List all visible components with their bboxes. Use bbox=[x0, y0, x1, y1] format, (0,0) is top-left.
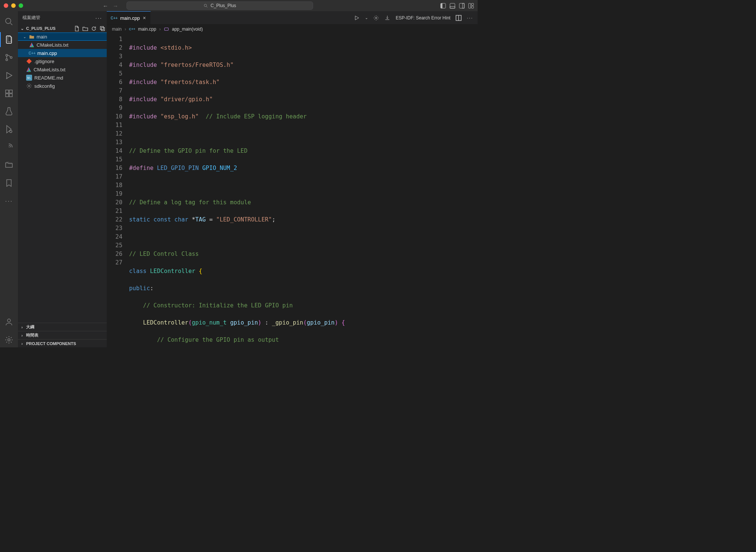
toggle-secondary-sidebar-icon[interactable] bbox=[459, 3, 465, 9]
code-editor[interactable]: 1234567891011121314151617181920212223242… bbox=[107, 34, 478, 347]
refresh-icon[interactable] bbox=[91, 26, 97, 31]
svg-point-25 bbox=[8, 339, 10, 341]
forward-button[interactable]: → bbox=[113, 3, 118, 9]
folders-activity[interactable] bbox=[0, 158, 18, 173]
sidebar-title: 檔案總管 ··· bbox=[18, 11, 107, 24]
search-activity[interactable] bbox=[0, 14, 18, 29]
chevron-down-icon: ⌄ bbox=[19, 26, 25, 31]
toggle-panel-icon[interactable] bbox=[450, 3, 455, 9]
gear-icon bbox=[26, 83, 32, 89]
svg-rect-9 bbox=[471, 3, 474, 5]
crumb-folder[interactable]: main bbox=[112, 27, 122, 32]
svg-point-14 bbox=[6, 59, 8, 61]
chevron-right-icon: › bbox=[19, 325, 25, 329]
breadcrumbs[interactable]: main › C++ main.cpp › app_main(void) bbox=[107, 25, 478, 34]
symbol-method-icon bbox=[164, 27, 169, 32]
chevron-right-icon: › bbox=[19, 341, 25, 346]
crumb-symbol[interactable]: app_main(void) bbox=[172, 27, 203, 32]
folder-label: main bbox=[37, 34, 47, 40]
svg-line-12 bbox=[10, 23, 12, 25]
folder-main[interactable]: ⌄ main bbox=[18, 32, 107, 41]
svg-point-23 bbox=[10, 130, 12, 133]
svg-rect-27 bbox=[101, 27, 104, 30]
extensions-activity[interactable] bbox=[0, 86, 18, 101]
editor-group: C++ main.cpp × ⌄ ESP-IDF: Search Error H… bbox=[107, 11, 478, 347]
window-controls bbox=[4, 3, 23, 8]
explorer-activity[interactable] bbox=[0, 32, 18, 47]
minimize-window[interactable] bbox=[11, 3, 16, 8]
chevron-right-icon: › bbox=[19, 333, 25, 338]
split-editor-icon[interactable] bbox=[456, 15, 462, 21]
project-header[interactable]: ⌄ C_PLUS_PLUS bbox=[18, 24, 107, 32]
project-name: C_PLUS_PLUS bbox=[26, 26, 56, 31]
svg-rect-40 bbox=[164, 28, 168, 31]
platformio-activity[interactable] bbox=[0, 140, 18, 155]
svg-rect-18 bbox=[6, 90, 9, 93]
outline-section[interactable]: › 大綱 bbox=[18, 323, 107, 331]
esp-activity-1[interactable] bbox=[0, 122, 18, 137]
more-activities[interactable]: ··· bbox=[0, 193, 18, 208]
file-label: CMakeLists.txt bbox=[37, 42, 68, 48]
section-label: 時間表 bbox=[26, 332, 38, 338]
git-icon bbox=[26, 58, 32, 64]
run-icon[interactable] bbox=[354, 15, 360, 21]
timeline-section[interactable]: › 時間表 bbox=[18, 331, 107, 339]
file-cmakelists-inner[interactable]: CMakeLists.txt bbox=[18, 41, 107, 49]
close-tab-button[interactable]: × bbox=[143, 15, 146, 21]
accounts-activity[interactable] bbox=[0, 314, 18, 329]
svg-rect-7 bbox=[462, 3, 464, 8]
new-file-icon[interactable] bbox=[74, 26, 79, 31]
file-readme[interactable]: M↓ README.md bbox=[18, 74, 107, 82]
toggle-primary-sidebar-icon[interactable] bbox=[440, 3, 446, 9]
svg-rect-5 bbox=[450, 6, 455, 8]
settings-gear-icon[interactable] bbox=[373, 15, 379, 21]
chevron-right-icon: › bbox=[159, 27, 161, 32]
new-folder-icon[interactable] bbox=[82, 26, 88, 31]
svg-rect-10 bbox=[471, 6, 474, 8]
section-label: 大綱 bbox=[26, 324, 34, 330]
esp-hint-action[interactable]: ESP-IDF: Search Error Hint bbox=[396, 15, 450, 21]
search-icon bbox=[203, 3, 208, 8]
crumb-file[interactable]: main.cpp bbox=[138, 27, 156, 32]
svg-marker-36 bbox=[355, 16, 359, 20]
collapse-all-icon[interactable] bbox=[100, 26, 105, 31]
project-components-section[interactable]: › PROJECT COMPONENTS bbox=[18, 339, 107, 347]
tab-main-cpp[interactable]: C++ main.cpp × bbox=[107, 11, 151, 24]
svg-point-11 bbox=[6, 18, 11, 24]
svg-rect-6 bbox=[459, 3, 464, 8]
svg-line-1 bbox=[206, 6, 207, 7]
section-label: PROJECT COMPONENTS bbox=[26, 341, 76, 346]
sidebar-more-actions[interactable]: ··· bbox=[95, 15, 102, 21]
command-center[interactable]: C_Plus_Plus bbox=[126, 1, 313, 10]
svg-point-17 bbox=[6, 78, 7, 79]
chevron-down-icon: ⌄ bbox=[22, 35, 27, 39]
svg-rect-19 bbox=[9, 90, 12, 93]
maximize-window[interactable] bbox=[19, 3, 23, 8]
svg-point-24 bbox=[7, 319, 10, 322]
testing-activity[interactable] bbox=[0, 104, 18, 119]
settings-activity[interactable] bbox=[0, 332, 18, 347]
svg-rect-21 bbox=[9, 94, 12, 97]
bookmarks-activity[interactable] bbox=[0, 176, 18, 190]
run-debug-activity[interactable] bbox=[0, 68, 18, 83]
line-gutter: 1234567891011121314151617181920212223242… bbox=[107, 34, 129, 347]
svg-rect-31 bbox=[26, 59, 32, 64]
svg-point-35 bbox=[28, 85, 30, 87]
caret-down-icon[interactable]: ⌄ bbox=[365, 16, 368, 20]
svg-rect-20 bbox=[6, 94, 9, 97]
file-main-cpp[interactable]: C++ main.cpp bbox=[18, 49, 107, 57]
download-icon[interactable] bbox=[384, 15, 390, 21]
code-lines[interactable]: #include <stdio.h> #include "freertos/Fr… bbox=[129, 34, 345, 347]
file-gitignore[interactable]: .gitignore bbox=[18, 57, 107, 65]
search-text: C_Plus_Plus bbox=[210, 3, 236, 8]
cpp-icon: C++ bbox=[29, 50, 35, 56]
more-editor-actions[interactable]: ··· bbox=[467, 15, 473, 21]
customize-layout-icon[interactable] bbox=[468, 3, 474, 9]
file-cmakelists-root[interactable]: CMakeLists.txt bbox=[18, 65, 107, 74]
file-tree: ⌄ main CMakeLists.txt C++ main.cpp .giti… bbox=[18, 32, 107, 90]
close-window[interactable] bbox=[4, 3, 8, 8]
file-sdkconfig[interactable]: sdkconfig bbox=[18, 82, 107, 90]
source-control-activity[interactable] bbox=[0, 50, 18, 65]
back-button[interactable]: ← bbox=[103, 3, 108, 9]
chevron-right-icon: › bbox=[125, 27, 126, 32]
